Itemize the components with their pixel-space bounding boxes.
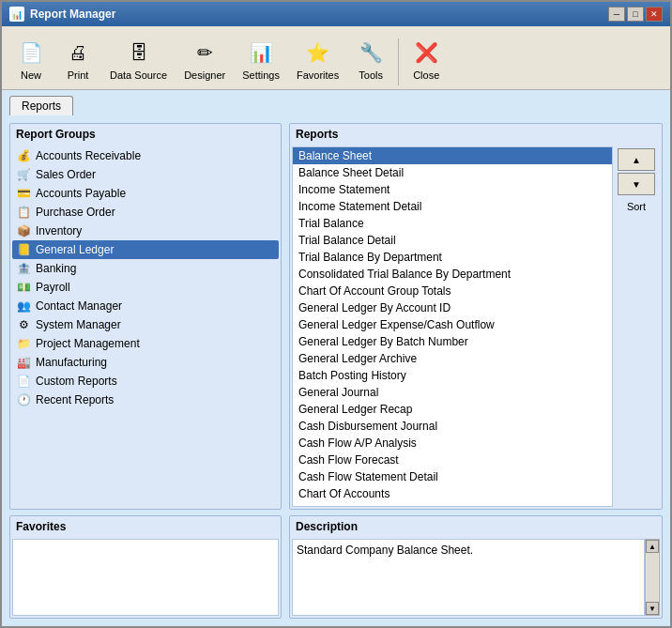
group-icon-po: 📋 [16, 205, 31, 220]
group-icon-rr: 🕐 [16, 392, 31, 407]
group-item-sys[interactable]: ⚙System Manager [12, 315, 279, 334]
group-label-cm: Contact Manager [36, 299, 122, 313]
report-item-cdj[interactable]: Cash Disbursement Journal [293, 418, 612, 435]
tools-button[interactable]: 🔧 Tools [349, 33, 392, 85]
sort-controls: ▲ ▼ Sort [613, 146, 660, 507]
window-title: Report Manager [30, 8, 115, 21]
report-item-coa[interactable]: Chart Of Accounts [293, 485, 612, 502]
group-icon-gl: 📒 [16, 242, 31, 257]
group-item-bank[interactable]: 🏦Banking [12, 259, 279, 278]
scroll-up-arrow[interactable]: ▲ [646, 540, 659, 553]
favorites-label: Favorites [297, 69, 339, 81]
scroll-down-arrow[interactable]: ▼ [646, 602, 659, 615]
report-item-coagt[interactable]: Chart Of Account Group Totals [293, 283, 612, 299]
group-icon-sys: ⚙ [16, 317, 31, 332]
group-icon-cm: 👥 [16, 299, 31, 314]
tab-reports[interactable]: Reports [9, 96, 73, 115]
report-item-bph[interactable]: Batch Posting History [293, 367, 612, 384]
close-button[interactable]: ❌ Close [405, 33, 448, 85]
window-icon: 📊 [9, 7, 24, 22]
minimize-button[interactable]: ─ [608, 7, 625, 22]
favorites-button[interactable]: ⭐ Favorites [290, 33, 345, 85]
group-item-inv[interactable]: 📦Inventory [12, 222, 279, 240]
report-groups-title: Report Groups [10, 124, 281, 145]
group-list: 💰Accounts Receivable🛒Sales Order💳Account… [10, 145, 281, 411]
group-item-ap[interactable]: 💳Accounts Payable [12, 184, 279, 203]
data-source-button[interactable]: 🗄 Data Source [103, 33, 174, 85]
report-item-cfapa[interactable]: Cash Flow A/P Analysis [293, 435, 612, 452]
group-label-po: Purchase Order [36, 206, 115, 219]
group-icon-bank: 🏦 [16, 261, 31, 276]
group-item-mfg[interactable]: 🏭Manufacturing [12, 353, 279, 372]
settings-button[interactable]: 📊 Settings [236, 33, 286, 85]
main-content: Report Groups 💰Accounts Receivable🛒Sales… [2, 115, 670, 626]
group-item-so[interactable]: 🛒Sales Order [12, 165, 279, 184]
group-item-rr[interactable]: 🕐Recent Reports [12, 391, 279, 409]
group-icon-ap: 💳 [16, 186, 31, 201]
sort-down-button[interactable]: ▼ [618, 173, 655, 195]
sort-up-button[interactable]: ▲ [618, 148, 655, 171]
report-item-glr[interactable]: General Ledger Recap [293, 401, 612, 418]
designer-button[interactable]: ✏ Designer [177, 33, 232, 85]
new-icon: 📄 [16, 38, 46, 68]
report-item-bs[interactable]: Balance Sheet [293, 147, 612, 164]
group-item-po[interactable]: 📋Purchase Order [12, 203, 279, 222]
report-item-coat[interactable]: Chart Of Account Totals [293, 502, 612, 507]
print-icon: 🖨 [63, 38, 93, 68]
close-window-button[interactable]: ✕ [646, 7, 663, 22]
report-item-bsd[interactable]: Balance Sheet Detail [293, 164, 612, 181]
report-item-cff[interactable]: Cash Flow Forecast [293, 452, 612, 468]
group-label-pay: Payroll [36, 281, 70, 294]
group-label-inv: Inventory [36, 224, 82, 237]
report-item-tb[interactable]: Trial Balance [293, 215, 612, 232]
group-label-ap: Accounts Payable [36, 187, 126, 200]
tools-label: Tools [359, 69, 383, 81]
favorites-title: Favorites [10, 516, 281, 537]
main-window: 📊 Report Manager ─ □ ✕ 📄 New 🖨 Print 🗄 D… [0, 0, 672, 628]
group-item-pay[interactable]: 💵Payroll [12, 278, 279, 297]
favorites-icon: ⭐ [303, 38, 333, 68]
group-item-cm[interactable]: 👥Contact Manager [12, 297, 279, 315]
new-label: New [21, 69, 41, 81]
designer-label: Designer [184, 69, 225, 81]
group-item-pm[interactable]: 📁Project Management [12, 334, 279, 353]
group-item-gl[interactable]: 📒General Ledger [12, 240, 279, 259]
report-item-gla[interactable]: General Ledger Archive [293, 350, 612, 367]
group-icon-pay: 💵 [16, 280, 31, 295]
report-item-isd[interactable]: Income Statement Detail [293, 198, 612, 215]
group-item-cr[interactable]: 📄Custom Reports [12, 372, 279, 391]
reports-content: Balance SheetBalance Sheet DetailIncome … [292, 146, 660, 507]
title-bar-left: 📊 Report Manager [9, 7, 115, 22]
group-label-gl: General Ledger [36, 243, 114, 256]
group-label-so: Sales Order [36, 168, 96, 181]
group-label-sys: System Manager [36, 318, 121, 331]
maximize-button[interactable]: □ [627, 7, 644, 22]
report-item-tbd[interactable]: Trial Balance Detail [293, 232, 612, 249]
report-item-gleco[interactable]: General Ledger Expense/Cash Outflow [293, 316, 612, 333]
report-item-glbn[interactable]: General Ledger By Batch Number [293, 333, 612, 350]
report-item-tbbd[interactable]: Trial Balance By Department [293, 249, 612, 266]
report-item-is[interactable]: Income Statement [293, 181, 612, 198]
tools-icon: 🔧 [356, 38, 386, 68]
group-icon-inv: 📦 [16, 223, 31, 238]
reports-panel-title: Reports [290, 124, 662, 145]
new-button[interactable]: 📄 New [9, 33, 53, 85]
toolbar: 📄 New 🖨 Print 🗄 Data Source ✏ Designer 📊… [2, 26, 670, 90]
close-label: Close [413, 69, 439, 81]
group-icon-so: 🛒 [16, 167, 31, 182]
title-bar: 📊 Report Manager ─ □ ✕ [2, 2, 670, 26]
print-label: Print [68, 69, 89, 81]
print-button[interactable]: 🖨 Print [56, 33, 99, 85]
report-item-cfsd[interactable]: Cash Flow Statement Detail [293, 468, 612, 485]
report-item-ctbd[interactable]: Consolidated Trial Balance By Department [293, 266, 612, 283]
group-item-ar[interactable]: 💰Accounts Receivable [12, 146, 279, 165]
window-controls: ─ □ ✕ [608, 7, 663, 22]
group-label-bank: Banking [36, 262, 76, 275]
report-item-gj[interactable]: General Journal [293, 384, 612, 401]
report-item-glaid[interactable]: General Ledger By Account ID [293, 299, 612, 316]
right-panel: Reports Balance SheetBalance Sheet Detai… [289, 123, 663, 619]
settings-label: Settings [242, 69, 280, 81]
left-panel: Report Groups 💰Accounts Receivable🛒Sales… [9, 123, 282, 619]
group-label-cr: Custom Reports [36, 375, 117, 388]
tab-strip: Reports [2, 90, 670, 115]
